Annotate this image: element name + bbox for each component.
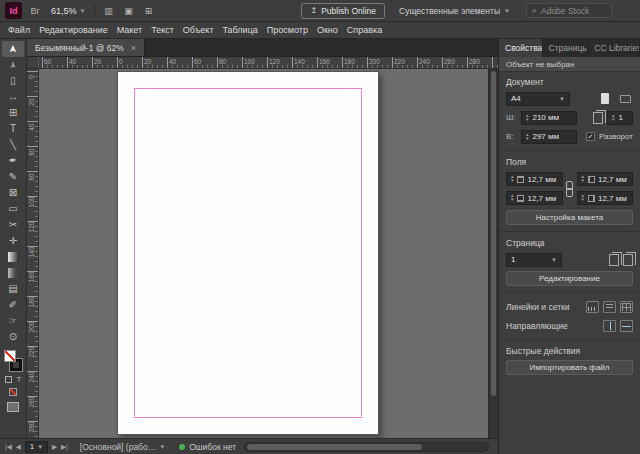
- stepper-arrows-icon[interactable]: ▲▼: [525, 133, 529, 140]
- menu-item[interactable]: Текст: [151, 25, 174, 35]
- ruler-label: 120: [27, 220, 37, 234]
- menu-item[interactable]: Просмотр: [267, 25, 308, 35]
- eyedropper-tool[interactable]: ✐: [2, 297, 24, 313]
- fill-stroke-swatches[interactable]: [4, 350, 22, 371]
- type-tool[interactable]: T: [2, 121, 24, 137]
- menu-item[interactable]: Справка: [347, 25, 382, 35]
- pen-tool[interactable]: ✒: [2, 153, 24, 169]
- menu-item[interactable]: Файл: [8, 25, 30, 35]
- vertical-scrollbar-thumb[interactable]: [491, 71, 496, 396]
- apply-none-icon[interactable]: [9, 388, 17, 396]
- rectangle-tool[interactable]: ▭: [2, 201, 24, 217]
- note-tool[interactable]: ▤: [2, 281, 24, 297]
- page-size-select[interactable]: A4 ▼: [506, 92, 570, 106]
- stepper-arrows-icon[interactable]: ▲▼: [510, 194, 514, 201]
- pasteboard[interactable]: [39, 69, 488, 438]
- gradient-feather-tool[interactable]: [2, 265, 24, 281]
- edit-page-button[interactable]: Редактирование: [506, 271, 633, 286]
- next-page-icon[interactable]: ▶: [52, 443, 57, 451]
- zoom-tool[interactable]: ⊙: [2, 329, 24, 345]
- import-file-button[interactable]: Импортировать файл: [506, 360, 633, 375]
- gradient-swatch-tool[interactable]: [2, 249, 24, 265]
- document-tab-title: Безымянный-1 @ 62%: [35, 43, 124, 53]
- menu-item[interactable]: Окно: [317, 25, 338, 35]
- stepper-arrows-icon[interactable]: ▲▼: [581, 194, 585, 201]
- baseline-grid-icon[interactable]: [603, 301, 616, 313]
- publish-online-button[interactable]: ↥ Publish Online: [301, 3, 385, 19]
- preflight-profile-select[interactable]: [Основной] (рабо… ▼: [80, 442, 165, 452]
- gap-tool[interactable]: ↔: [2, 89, 24, 105]
- document-grid-icon[interactable]: [620, 301, 633, 313]
- smart-guides-icon[interactable]: [620, 320, 633, 332]
- vertical-ruler[interactable]: 020406080100120140160180200220240260280: [27, 69, 39, 438]
- left-margin-value: 12,7 мм: [598, 175, 627, 184]
- bottom-margin-field[interactable]: ▲▼ 12,7 мм: [506, 191, 563, 205]
- page-number-field[interactable]: 1 ▼: [25, 441, 48, 453]
- horizontal-scrollbar[interactable]: [244, 442, 489, 452]
- height-field[interactable]: ▲▼ 297 мм: [521, 130, 577, 144]
- zoom-level-select[interactable]: 61,5% ▼: [48, 5, 88, 17]
- pencil-tool[interactable]: ✎: [2, 169, 24, 185]
- tab-cc-libraries[interactable]: CC Libraries: [588, 39, 640, 57]
- vertical-scrollbar[interactable]: [488, 69, 498, 438]
- stepper-arrows-icon[interactable]: ▲▼: [510, 175, 514, 182]
- search-box[interactable]: ⌕ Adobe Stock: [526, 3, 612, 18]
- document-page[interactable]: [117, 71, 379, 435]
- menu-item[interactable]: Макет: [117, 25, 142, 35]
- screen-mode-icon[interactable]: ▣: [121, 6, 135, 16]
- width-label: Ш:: [506, 113, 517, 122]
- document-tab[interactable]: Безымянный-1 @ 62% ×: [27, 39, 145, 56]
- portrait-orientation-button[interactable]: [597, 91, 613, 106]
- direct-selection-tool[interactable]: ➢: [2, 57, 24, 73]
- left-margin-field[interactable]: ▲▼ 12,7 мм: [577, 172, 634, 186]
- show-guides-icon[interactable]: [603, 320, 616, 332]
- ruler-origin[interactable]: [27, 57, 39, 68]
- adjust-layout-button[interactable]: Настройка макета: [506, 210, 633, 225]
- bridge-icon[interactable]: Br: [28, 6, 42, 16]
- link-margins-icon[interactable]: [566, 181, 573, 197]
- free-transform-tool[interactable]: ✛: [2, 233, 24, 249]
- close-tab-icon[interactable]: ×: [131, 43, 136, 53]
- facing-pages-checkbox[interactable]: ✓: [586, 132, 595, 141]
- current-page-select[interactable]: 1 ▼: [506, 253, 562, 267]
- line-tool[interactable]: ╲: [2, 137, 24, 153]
- rectangle-frame-tool[interactable]: ⊠: [2, 185, 24, 201]
- top-margin-field[interactable]: ▲▼ 12,7 мм: [506, 172, 563, 186]
- landscape-orientation-button[interactable]: [617, 91, 633, 106]
- width-field[interactable]: ▲▼ 210 мм: [521, 111, 577, 125]
- menu-item[interactable]: Объект: [183, 25, 214, 35]
- hand-tool[interactable]: ☞: [2, 313, 24, 329]
- last-page-icon[interactable]: ▶|: [61, 443, 68, 451]
- tab-properties[interactable]: Свойства: [499, 39, 543, 57]
- menu-item[interactable]: Таблица: [223, 25, 258, 35]
- content-collector-tool[interactable]: ⊞: [2, 105, 24, 121]
- arrange-documents-icon[interactable]: ⊞: [141, 6, 155, 16]
- ruler-label: 280: [469, 58, 480, 65]
- formatting-affects-container-icon[interactable]: [5, 376, 12, 383]
- selection-tool[interactable]: ➤: [2, 41, 24, 57]
- stepper-arrows-icon[interactable]: ▲▼: [581, 175, 585, 182]
- formatting-affects-text-icon[interactable]: T: [17, 375, 22, 384]
- menu-item[interactable]: Редактирование: [39, 25, 108, 35]
- stepper-arrows-icon[interactable]: ▲▼: [525, 114, 529, 121]
- add-page-icon[interactable]: [609, 254, 619, 266]
- show-rulers-icon[interactable]: [586, 301, 599, 313]
- page-tool[interactable]: ▯: [2, 73, 24, 89]
- right-margin-field[interactable]: ▲▼ 12,7 мм: [577, 191, 634, 205]
- workspace-switcher[interactable]: Существенные элементы ▼: [399, 6, 510, 16]
- page-size-row: A4 ▼: [506, 91, 633, 106]
- scissors-tool[interactable]: ✂: [2, 217, 24, 233]
- ruler-label: 240: [27, 370, 37, 384]
- screen-mode-normal-button[interactable]: [7, 402, 19, 412]
- horizontal-scrollbar-thumb[interactable]: [247, 444, 422, 450]
- page-spread-icon[interactable]: [623, 254, 633, 266]
- previous-page-icon[interactable]: ◀: [16, 443, 21, 451]
- horizontal-ruler[interactable]: 6040200204060801001201401601802002202402…: [39, 57, 498, 68]
- view-options-icon[interactable]: ▥: [101, 6, 115, 16]
- first-page-icon[interactable]: |◀: [5, 443, 12, 451]
- tab-pages[interactable]: Страницы: [543, 39, 589, 57]
- ruler-label: 80: [219, 58, 226, 65]
- fill-swatch[interactable]: [4, 350, 16, 362]
- pages-count-field[interactable]: ▲▼ 1: [607, 111, 633, 125]
- stepper-arrows-icon[interactable]: ▲▼: [611, 114, 615, 121]
